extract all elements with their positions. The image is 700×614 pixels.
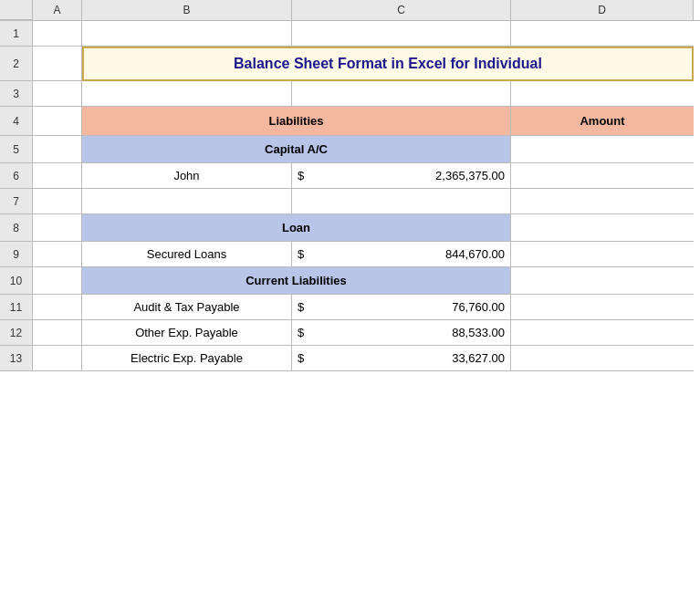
cell-d6[interactable] [511,163,694,189]
row-number: 7 [0,189,33,214]
cell-d10[interactable] [511,267,694,295]
col-header-d: D [511,0,694,20]
cell-a10[interactable] [33,267,82,295]
col-header-b: B [82,0,292,20]
cell-b1[interactable] [82,21,292,47]
other-exp-value: 88,533.00 [452,326,505,339]
cell-d5[interactable] [511,136,694,163]
row-number: 2 [0,47,33,81]
cell-a9[interactable] [33,242,82,267]
cell-a3[interactable] [33,81,82,107]
col-header-a: A [33,0,82,20]
cell-b6[interactable]: John [82,163,292,189]
title-cell: Balance Sheet Format in Excel for Indivi… [82,47,694,81]
row-number: 11 [0,295,33,320]
currency-symbol-9: $ [298,247,304,261]
cell-c1[interactable] [292,21,511,47]
cell-c12[interactable]: $ 88,533.00 [292,320,511,346]
loan-section-header: Loan [82,214,511,242]
table-row: 6 John $ 2,365,375.00 [0,163,700,189]
row-number: 10 [0,267,33,295]
row-number: 9 [0,242,33,267]
cell-c7[interactable] [292,189,511,214]
cell-b13[interactable]: Electric Exp. Payable [82,346,292,371]
currency-symbol-12: $ [298,326,304,339]
currency-symbol-13: $ [298,351,304,365]
cell-d7[interactable] [511,189,694,214]
spreadsheet-title: Balance Sheet Format in Excel for Indivi… [234,56,542,72]
audit-tax-label: Audit & Tax Payable [133,300,239,314]
spreadsheet-rows: 1 2 Balance Sheet Format in Excel for In… [0,21,700,371]
current-liabilities-section-header: Current Liabilities [82,267,511,295]
column-headers: A B C D [0,0,700,21]
liabilities-header: Liabilities [82,107,511,136]
cell-b11[interactable]: Audit & Tax Payable [82,295,292,320]
cell-d11[interactable] [511,295,694,320]
cell-c3[interactable] [292,81,511,107]
row-number: 3 [0,81,33,107]
cell-a5[interactable] [33,136,82,163]
cell-d9[interactable] [511,242,694,267]
other-exp-label: Other Exp. Payable [135,326,238,339]
cell-d3[interactable] [511,81,694,107]
liabilities-label: Liabilities [269,114,324,128]
row-number: 5 [0,136,33,163]
cell-c13[interactable]: $ 33,627.00 [292,346,511,371]
cell-a13[interactable] [33,346,82,371]
spreadsheet: A B C D 1 2 Balance Sheet Format in Exce… [0,0,700,614]
cell-c6[interactable]: $ 2,365,375.00 [292,163,511,189]
amount-header: Amount [511,107,694,136]
corner-cell [0,0,33,20]
capital-section-header: Capital A/C [82,136,511,163]
cell-a6[interactable] [33,163,82,189]
cell-b7[interactable] [82,189,292,214]
table-row: 9 Secured Loans $ 844,670.00 [0,242,700,267]
cell-b9[interactable]: Secured Loans [82,242,292,267]
john-value: 2,365,375.00 [435,169,505,182]
cell-a4[interactable] [33,107,82,136]
cell-b12[interactable]: Other Exp. Payable [82,320,292,346]
table-row: 1 [0,21,700,47]
cell-d13[interactable] [511,346,694,371]
cell-a8[interactable] [33,214,82,242]
table-row: 13 Electric Exp. Payable $ 33,627.00 [0,346,700,371]
cell-b3[interactable] [82,81,292,107]
table-row: 11 Audit & Tax Payable $ 76,760.00 [0,295,700,320]
currency-symbol-6: $ [298,169,304,182]
table-row: 5 Capital A/C [0,136,700,163]
secured-loans-label: Secured Loans [147,247,226,261]
cell-d1[interactable] [511,21,694,47]
table-row: 8 Loan [0,214,700,242]
cell-c9[interactable]: $ 844,670.00 [292,242,511,267]
electric-exp-value: 33,627.00 [452,351,505,365]
john-label: John [173,169,199,182]
row-number: 12 [0,320,33,346]
table-row: 12 Other Exp. Payable $ 88,533.00 [0,320,700,346]
cell-d12[interactable] [511,320,694,346]
table-row: 2 Balance Sheet Format in Excel for Indi… [0,47,700,81]
row-number: 8 [0,214,33,242]
audit-tax-value: 76,760.00 [452,300,505,314]
cell-a7[interactable] [33,189,82,214]
amount-label: Amount [580,114,624,128]
cell-d8[interactable] [511,214,694,242]
secured-loans-value: 844,670.00 [445,247,505,261]
cell-c11[interactable]: $ 76,760.00 [292,295,511,320]
electric-exp-label: Electric Exp. Payable [131,351,243,365]
cell-a1[interactable] [33,21,82,47]
table-row: 7 [0,189,700,214]
cell-a12[interactable] [33,320,82,346]
row-number: 6 [0,163,33,189]
cell-a11[interactable] [33,295,82,320]
col-header-c: C [292,0,511,20]
cell-a2[interactable] [33,47,82,81]
table-row: 3 [0,81,700,107]
table-row: 4 Liabilities Amount [0,107,700,136]
currency-symbol-11: $ [298,300,304,314]
table-row: 10 Current Liabilities [0,267,700,295]
row-number: 1 [0,21,33,47]
row-number: 4 [0,107,33,136]
row-number: 13 [0,346,33,371]
